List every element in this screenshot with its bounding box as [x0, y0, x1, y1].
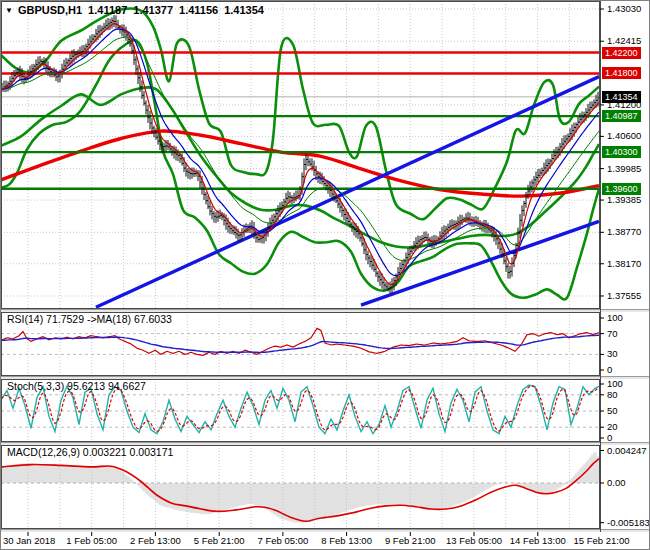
macd-panel[interactable]: [1, 445, 600, 529]
rsi-panel[interactable]: [1, 312, 600, 376]
stoch-panel[interactable]: [1, 379, 600, 442]
main-chart-panel[interactable]: [1, 1, 600, 309]
chart-window: ▼GBPUSD,H11.411871.413771.411561.41354 R…: [0, 0, 650, 550]
